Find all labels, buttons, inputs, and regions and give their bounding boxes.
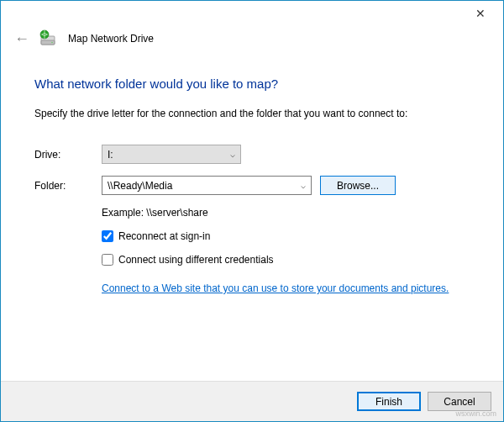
close-button[interactable]: ✕ xyxy=(468,3,493,24)
drive-row: Drive: I: ⌵ xyxy=(34,145,470,164)
drive-value: I: xyxy=(108,149,113,161)
folder-input[interactable] xyxy=(108,180,284,192)
footer: Finish Cancel xyxy=(1,381,503,421)
credentials-label: Connect using different credentials xyxy=(118,254,274,266)
folder-label: Folder: xyxy=(34,180,102,192)
header: ← Map Network Drive xyxy=(1,26,503,53)
credentials-row: Connect using different credentials xyxy=(102,254,470,266)
example-text: Example: \\server\share xyxy=(102,207,470,219)
page-heading: What network folder would you like to ma… xyxy=(34,76,470,91)
cancel-button[interactable]: Cancel xyxy=(428,392,491,411)
titlebar: ✕ xyxy=(1,1,503,26)
folder-combobox[interactable]: ⌵ xyxy=(102,176,312,195)
finish-button[interactable]: Finish xyxy=(357,392,421,411)
chevron-down-icon[interactable]: ⌵ xyxy=(301,181,306,190)
browse-button[interactable]: Browse... xyxy=(320,176,396,195)
drive-label: Drive: xyxy=(34,149,102,161)
back-arrow-icon[interactable]: ← xyxy=(14,31,29,46)
instruction-text: Specify the drive letter for the connect… xyxy=(34,108,470,119)
network-drive-icon xyxy=(39,29,58,48)
chevron-down-icon: ⌵ xyxy=(230,150,235,159)
reconnect-checkbox[interactable] xyxy=(102,230,113,242)
connect-website-link[interactable]: Connect to a Web site that you can use t… xyxy=(102,282,449,294)
credentials-checkbox[interactable] xyxy=(102,254,113,266)
reconnect-label: Reconnect at sign-in xyxy=(118,230,210,242)
folder-row: Folder: ⌵ Browse... xyxy=(34,176,470,195)
watermark: wsxwin.com xyxy=(455,409,496,418)
reconnect-row: Reconnect at sign-in xyxy=(102,230,470,242)
content: What network folder would you like to ma… xyxy=(1,53,503,295)
svg-point-2 xyxy=(51,42,53,44)
drive-select[interactable]: I: ⌵ xyxy=(102,145,241,164)
wizard-title: Map Network Drive xyxy=(68,33,154,45)
